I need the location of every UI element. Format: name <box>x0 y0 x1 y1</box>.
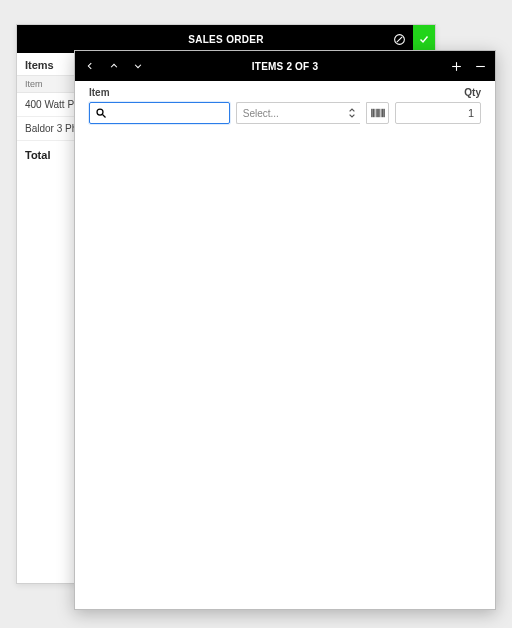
cancel-icon <box>393 33 406 46</box>
items-modal: ITEMS 2 OF 3 Item Qty <box>74 50 496 610</box>
svg-rect-14 <box>382 109 383 117</box>
add-button[interactable] <box>447 57 465 75</box>
back-button[interactable] <box>79 52 101 80</box>
label-item: Item <box>89 87 110 98</box>
label-qty: Qty <box>464 87 481 98</box>
svg-rect-8 <box>372 109 373 117</box>
search-input[interactable] <box>111 107 224 119</box>
prev-button[interactable] <box>103 52 125 80</box>
next-button[interactable] <box>127 52 149 80</box>
barcode-button[interactable] <box>366 102 389 124</box>
svg-rect-7 <box>371 109 372 117</box>
qty-input-wrap[interactable] <box>395 102 481 124</box>
form-row: Select... <box>75 102 495 134</box>
qty-input[interactable] <box>402 107 474 119</box>
cancel-button[interactable] <box>385 25 413 53</box>
svg-rect-15 <box>384 109 385 117</box>
svg-rect-11 <box>377 109 378 117</box>
search-icon <box>95 107 107 119</box>
chevron-up-icon <box>109 61 119 71</box>
items-modal-title: ITEMS 2 OF 3 <box>252 61 318 72</box>
form-labels: Item Qty <box>75 81 495 102</box>
plus-icon <box>450 60 463 73</box>
item-select[interactable]: Select... <box>236 102 360 124</box>
sales-order-title: SALES ORDER <box>188 34 264 45</box>
svg-point-5 <box>97 109 103 115</box>
minus-icon <box>474 60 487 73</box>
chevron-left-icon <box>85 61 95 71</box>
items-modal-header: ITEMS 2 OF 3 <box>75 51 495 81</box>
svg-rect-10 <box>376 109 377 117</box>
svg-line-1 <box>396 36 401 41</box>
svg-rect-13 <box>381 109 382 117</box>
select-placeholder: Select... <box>243 108 279 119</box>
chevron-down-icon <box>133 61 143 71</box>
barcode-icon <box>371 108 385 118</box>
svg-rect-9 <box>374 109 375 117</box>
remove-button[interactable] <box>471 57 489 75</box>
svg-line-6 <box>103 115 106 118</box>
search-input-wrap[interactable] <box>89 102 230 124</box>
sales-order-header: SALES ORDER <box>17 25 435 53</box>
confirm-button[interactable] <box>413 25 435 53</box>
check-icon <box>418 33 430 45</box>
select-arrows-icon <box>348 106 356 122</box>
svg-rect-12 <box>379 109 380 117</box>
